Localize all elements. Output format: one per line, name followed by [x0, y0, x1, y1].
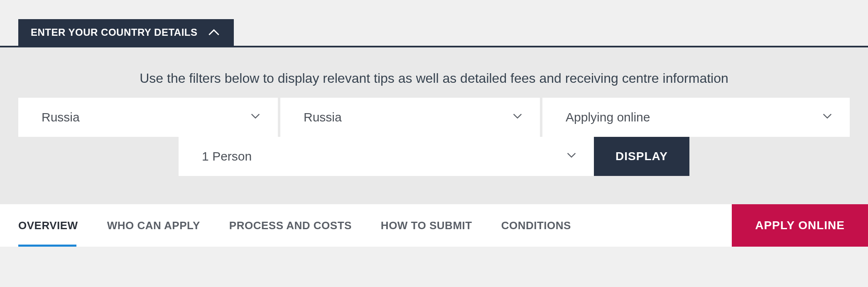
country-select-1[interactable]: Russia	[18, 98, 278, 137]
apply-online-label: APPLY ONLINE	[755, 219, 845, 232]
filter-row-1: Russia Russia Applying online	[18, 98, 850, 137]
tab-overview-label: OVERVIEW	[18, 219, 78, 232]
persons-select[interactable]: 1 Person	[179, 137, 594, 176]
tab-process-and-costs[interactable]: PROCESS AND COSTS	[229, 204, 352, 247]
country-details-accordion-toggle[interactable]: ENTER YOUR COUNTRY DETAILS	[18, 19, 234, 46]
display-button[interactable]: DISPLAY	[594, 137, 689, 176]
tab-how-to-submit-label: HOW TO SUBMIT	[381, 219, 472, 232]
apply-online-button[interactable]: APPLY ONLINE	[732, 204, 868, 247]
tab-process-and-costs-label: PROCESS AND COSTS	[229, 219, 352, 232]
persons-select-value: 1 Person	[202, 149, 252, 163]
tab-who-can-apply[interactable]: WHO CAN APPLY	[107, 204, 200, 247]
tab-who-can-apply-label: WHO CAN APPLY	[107, 219, 200, 232]
filter-row-2: 1 Person DISPLAY	[18, 137, 850, 176]
application-method-value: Applying online	[566, 110, 650, 124]
page-root: ENTER YOUR COUNTRY DETAILS Use the filte…	[0, 0, 868, 247]
accordion-title: ENTER YOUR COUNTRY DETAILS	[31, 27, 197, 38]
chevron-down-icon	[250, 110, 261, 125]
tab-conditions-label: CONDITIONS	[501, 219, 571, 232]
country-select-1-value: Russia	[42, 110, 80, 124]
filter-instructions: Use the filters below to display relevan…	[18, 71, 850, 86]
tab-how-to-submit[interactable]: HOW TO SUBMIT	[381, 204, 472, 247]
tab-conditions[interactable]: CONDITIONS	[501, 204, 571, 247]
chevron-down-icon	[821, 110, 833, 125]
chevron-down-icon	[566, 149, 577, 164]
country-select-2[interactable]: Russia	[280, 98, 540, 137]
application-method-select[interactable]: Applying online	[542, 98, 850, 137]
country-select-2-value: Russia	[304, 110, 342, 124]
filter-panel: Use the filters below to display relevan…	[0, 47, 868, 204]
accordion-header-bar: ENTER YOUR COUNTRY DETAILS	[0, 0, 868, 46]
display-button-label: DISPLAY	[615, 150, 668, 163]
tab-overview[interactable]: OVERVIEW	[18, 204, 78, 247]
chevron-up-icon	[208, 29, 220, 36]
tabs-bar: OVERVIEW WHO CAN APPLY PROCESS AND COSTS…	[0, 204, 868, 247]
tabs-list: OVERVIEW WHO CAN APPLY PROCESS AND COSTS…	[18, 204, 732, 247]
chevron-down-icon	[512, 110, 523, 125]
